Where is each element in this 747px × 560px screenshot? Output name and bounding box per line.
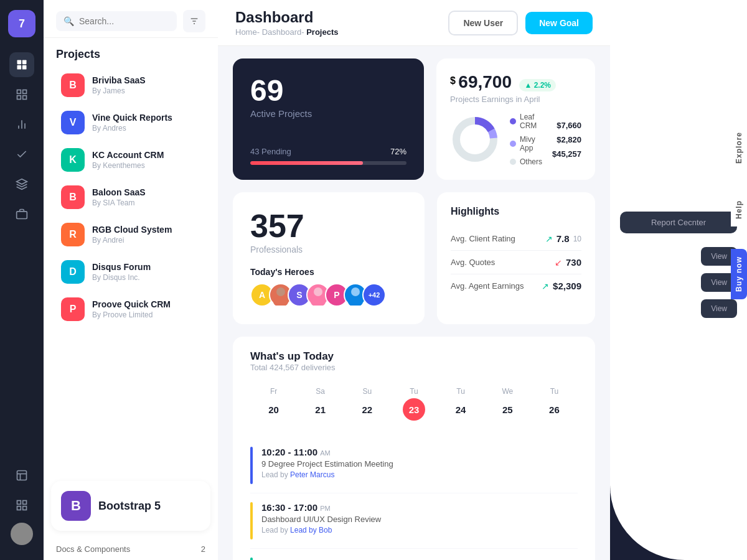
project-by-3: By SIA Team [92, 198, 200, 207]
project-item-4[interactable]: R RGB Cloud System By Andrei [49, 217, 213, 253]
project-item-0[interactable]: B Briviba SaaS By James [49, 67, 213, 103]
filter-button[interactable] [183, 10, 205, 32]
sidebar-item-check[interactable] [9, 142, 34, 167]
event-lead-link-1[interactable]: Peter Marcus [290, 470, 334, 479]
projects-search-header: 🔍 [44, 0, 218, 38]
header-right: New User New Goal [448, 11, 593, 35]
sidebar-avatar[interactable]: 7 [8, 10, 35, 37]
projects-title: Projects [44, 38, 218, 66]
project-name-5: Disqus Forum [92, 262, 200, 272]
right-panel-content: Explore Help Buy now Report Cecnter View… [610, 0, 747, 560]
project-logo-2: K [61, 148, 85, 172]
active-projects-number: 69 [250, 76, 406, 106]
professionals-label: Professionals [250, 245, 407, 254]
explore-tab[interactable]: Explore [731, 124, 747, 171]
sidebar-item-squares[interactable] [9, 82, 34, 107]
ap-pending-label: 43 Pending [250, 147, 291, 156]
cal-day-23-today: Tu 23 [390, 382, 437, 426]
sidebar-item-layout[interactable] [9, 463, 34, 488]
project-item-2[interactable]: K KC Account CRM By Keenthemes [49, 142, 213, 178]
sidebar-item-grid2[interactable] [9, 493, 34, 518]
donut-chart [450, 114, 500, 164]
svg-rect-3 [22, 65, 27, 70]
earnings-card: $ 69,700 ▲ 2.2% Projects Earnings in Apr… [436, 58, 595, 180]
project-by-1: By Andres [92, 124, 200, 133]
earnings-amount: 69,700 [458, 72, 512, 91]
active-projects-card: 69 Active Projects 43 Pending 72% [233, 58, 424, 180]
cal-day-22: Su 22 [344, 382, 390, 426]
legend-item-mivy: Mivy App [510, 135, 542, 152]
cal-day-26: Tu 26 [531, 382, 578, 426]
legend-item-others: Others [510, 157, 542, 166]
project-logo-0: B [61, 73, 85, 97]
earnings-body: Leaf CRM Mivy App Others $7,660 [450, 113, 581, 166]
schedule-subtitle: Total 424,567 deliveries [250, 363, 578, 372]
earnings-label: Projects Earnings in April [450, 95, 581, 104]
svg-rect-7 [23, 96, 27, 100]
dashboard-body: 69 Active Projects 43 Pending 72% $ 69,7… [218, 46, 610, 560]
heroes-label: Today's Heroes [250, 267, 407, 277]
search-box: 🔍 [56, 11, 177, 31]
project-logo-6: P [61, 297, 85, 321]
event-bar-1 [250, 447, 253, 484]
help-tab[interactable]: Help [731, 193, 747, 226]
svg-rect-18 [23, 506, 27, 510]
svg-point-27 [273, 297, 288, 306]
event-title-2: Dashboard UI/UX Design Review [261, 515, 381, 524]
bootstrap-promo: B Bootstrap 5 [51, 481, 210, 531]
sidebar-item-layers[interactable] [9, 172, 34, 197]
top-header: Dashboard Home- Dashboard- Projects New … [218, 0, 610, 46]
header-left: Dashboard Home- Dashboard- Projects [235, 9, 339, 37]
project-item-5[interactable]: D Disqus Forum By Disqus Inc. [49, 254, 213, 290]
project-name-2: KC Account CRM [92, 150, 200, 160]
svg-marker-11 [17, 179, 27, 184]
legend-value-leaf: $7,660 [552, 121, 581, 130]
user-avatar[interactable] [11, 523, 33, 545]
professionals-number: 357 [250, 210, 407, 242]
project-item-6[interactable]: P Proove Quick CRM By Proove Limited [49, 291, 213, 327]
sidebar-item-dashboard[interactable] [9, 52, 34, 77]
event-details-3: 12:00 - 13:40 AM Marketing Campaign Disc… [261, 558, 377, 560]
legend-item-leaf: Leaf CRM [510, 113, 542, 130]
svg-rect-17 [23, 501, 27, 505]
event-lead-link-2[interactable]: Lead by Bob [290, 526, 332, 534]
highlights-card: Highlights Avg. Client Rating ↗ 7.8 10 A… [437, 192, 595, 324]
buynow-tab[interactable]: Buy now [731, 249, 747, 299]
highlight-row-quotes: Avg. Quotes ↙ 730 [451, 251, 581, 274]
highlight-row-rating: Avg. Client Rating ↗ 7.8 10 [451, 227, 581, 251]
event-details-1: 10:20 - 11:00 AM 9 Degree Project Estima… [261, 447, 393, 479]
event-bar-2 [250, 502, 253, 539]
svg-rect-16 [17, 501, 21, 505]
legend-value-mivy: $2,820 [552, 135, 581, 144]
event-bar-3 [250, 558, 253, 560]
project-item-3[interactable]: B Baloon SaaS By SIA Team [49, 179, 213, 215]
project-by-6: By Proove Limited [92, 310, 200, 319]
project-by-2: By Keenthemes [92, 161, 200, 170]
mid-row: 357 Professionals Today's Heroes A S P [233, 192, 595, 324]
trend-up-icon: ↗ [545, 234, 553, 244]
bootstrap-title: Bootstrap 5 [98, 500, 161, 513]
sidebar-item-chart[interactable] [9, 112, 34, 137]
sidebar-item-briefcase[interactable] [9, 202, 34, 226]
legend: Leaf CRM Mivy App Others [510, 113, 542, 166]
project-list: B Briviba SaaS By James V Vine Quick Rep… [44, 66, 218, 474]
main-content: Dashboard Home- Dashboard- Projects New … [218, 0, 610, 560]
event-title-1: 9 Degree Project Estimation Meeting [261, 459, 393, 469]
search-input[interactable] [79, 16, 169, 26]
schedule-title: What's up Today [250, 350, 578, 363]
svg-rect-4 [17, 90, 21, 94]
legend-value-others: $45,257 [552, 149, 581, 159]
project-item-1[interactable]: V Vine Quick Reports By Andres [49, 105, 213, 141]
project-logo-3: B [61, 185, 85, 209]
svg-point-31 [348, 297, 363, 306]
report-center-button[interactable]: Report Cecnter [620, 212, 737, 233]
project-by-0: By James [92, 86, 200, 95]
view-button-3[interactable]: View [701, 299, 737, 318]
new-goal-button[interactable]: New Goal [525, 12, 593, 34]
project-name-6: Proove Quick CRM [92, 299, 200, 309]
svg-rect-0 [17, 60, 22, 65]
new-user-button[interactable]: New User [448, 11, 518, 35]
event-time-2: 16:30 - 17:00 PM [261, 502, 381, 513]
calendar-row: Fr 20 Sa 21 Su 22 Tu 23 Tu 24 [250, 382, 578, 426]
docs-link[interactable]: Docs & Components 2 [44, 538, 218, 560]
